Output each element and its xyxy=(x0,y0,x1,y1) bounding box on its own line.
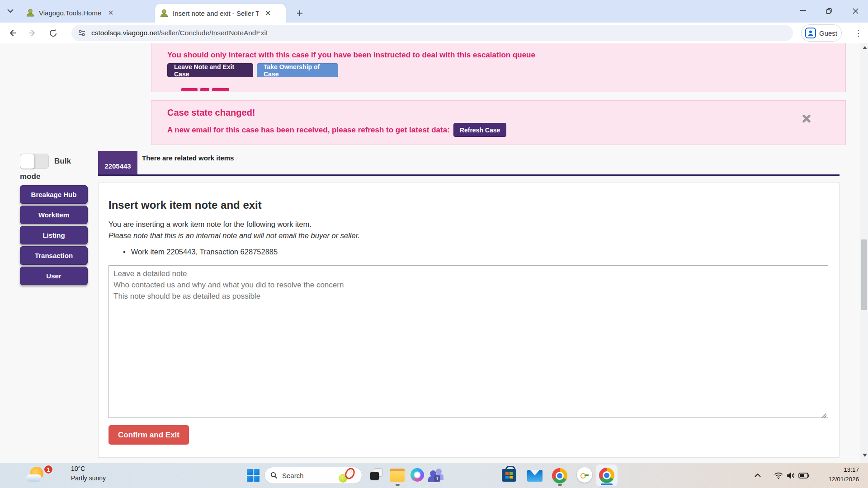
window-close-button[interactable] xyxy=(845,0,866,22)
window-minimize-button[interactable] xyxy=(793,0,813,22)
note-textarea[interactable]: Leave a detailed note Who contacted us a… xyxy=(108,265,828,418)
start-button[interactable] xyxy=(247,469,259,482)
related-work-items-note: There are related work items xyxy=(142,154,234,162)
cloud-icon xyxy=(26,474,42,482)
clock-time: 13:17 xyxy=(796,465,859,474)
case-state-changed-message: A new email for this case has been recei… xyxy=(167,126,450,135)
internal-note-text: Please note that this is an internal not… xyxy=(108,231,360,240)
active-app-indicator xyxy=(601,483,613,485)
window-restore-button[interactable] xyxy=(818,0,839,22)
scrollbar-down-arrow[interactable] xyxy=(863,454,867,457)
sidebar-item-transaction[interactable]: Transaction xyxy=(20,246,88,265)
browser-menu-icon[interactable]: ⋮ xyxy=(852,25,865,41)
take-ownership-of-case-button[interactable]: Take Ownership of Case xyxy=(257,63,338,77)
search-placeholder: Search xyxy=(282,472,339,479)
dismiss-alert-icon[interactable] xyxy=(800,112,813,125)
wifi-icon[interactable] xyxy=(772,469,785,482)
toggle-knob[interactable] xyxy=(20,154,35,169)
password-manager-icon[interactable] xyxy=(577,467,592,483)
notification-badge: 1 xyxy=(43,465,53,474)
chrome-active-icon[interactable] xyxy=(596,465,618,486)
task-view-icon[interactable] xyxy=(370,472,379,480)
running-indicator xyxy=(396,484,400,486)
seller-avatar-favicon xyxy=(160,9,169,18)
leave-note-and-exit-case-button[interactable]: Leave Note and Exit Case xyxy=(167,63,253,77)
search-icon xyxy=(270,472,278,479)
mail-icon[interactable] xyxy=(527,470,542,482)
store-windows-logo xyxy=(505,472,513,479)
escalation-warning-text: You should only interact with this case … xyxy=(167,51,535,60)
taskbar-clock[interactable]: 13:17 12/01/2026 xyxy=(796,465,859,484)
site-settings-icon[interactable] xyxy=(78,29,86,37)
clipped-text-fragment xyxy=(212,88,229,91)
sidebar-item-breakage-hub[interactable]: Breakage Hub xyxy=(20,185,88,204)
tab-search-chevron-icon[interactable] xyxy=(5,5,16,17)
workitem-bullet: •Work item 2205443, Transaction 62875288… xyxy=(123,248,278,256)
tab-underline xyxy=(98,174,840,176)
clipped-text-fragment xyxy=(200,88,209,91)
seller-avatar-favicon xyxy=(26,8,35,17)
reload-icon[interactable] xyxy=(45,25,61,41)
clipped-text-fragment xyxy=(181,88,198,91)
intro-text: You are inserting a work item note for t… xyxy=(108,220,311,229)
page-title: Insert work item note and exit xyxy=(108,199,262,211)
chrome-icon[interactable] xyxy=(552,468,567,483)
scrollbar-thumb[interactable] xyxy=(861,239,867,310)
clock-date: 12/01/2026 xyxy=(796,474,859,484)
tray-chevron-up-icon[interactable] xyxy=(751,469,764,482)
tab-insert-note-and-exit[interactable]: Insert note and exit - Seller Tool xyxy=(155,4,286,23)
profile-label: Guest xyxy=(819,29,837,37)
url-bar[interactable]: cstoolsqa.viagogo.net/seller/Conclude/In… xyxy=(71,25,793,41)
tab-title: Insert note and exit - Seller Tool xyxy=(173,9,259,17)
tab-viagogo-tools-home[interactable]: Viagogo.Tools.Home xyxy=(21,4,150,21)
guest-avatar-icon xyxy=(805,28,816,38)
case-state-changed-title: Case state changed! xyxy=(167,108,255,118)
sidebar-item-user[interactable]: User xyxy=(20,267,88,285)
copilot-icon[interactable] xyxy=(410,468,424,482)
tab-title: Viagogo.Tools.Home xyxy=(39,9,101,17)
profile-button[interactable]: Guest xyxy=(801,24,842,42)
forward-icon[interactable] xyxy=(25,25,40,41)
browser-tab-strip: Viagogo.Tools.Home Insert note and exit … xyxy=(0,0,868,23)
url-text: cstoolsqa.viagogo.net/seller/Conclude/In… xyxy=(91,29,268,37)
weather-condition: Partly sunny xyxy=(71,474,106,482)
resize-handle[interactable] xyxy=(821,411,827,418)
confirm-and-exit-button[interactable]: Confirm and Exit xyxy=(108,425,189,445)
tab-close-icon[interactable] xyxy=(107,9,115,17)
weather-temp: 10°C xyxy=(71,465,85,472)
tab-close-icon[interactable] xyxy=(264,9,272,17)
running-indicator xyxy=(558,484,562,486)
bullet-icon: • xyxy=(123,248,126,256)
screen: Viagogo.Tools.Home Insert note and exit … xyxy=(0,0,868,488)
refresh-case-button[interactable]: Refresh Case xyxy=(453,123,507,137)
taskbar-search[interactable]: Search xyxy=(264,467,362,484)
new-tab-button[interactable] xyxy=(294,7,306,19)
workitem-bullet-text: Work item 2205443, Transaction 628752885 xyxy=(131,248,278,256)
sidebar-item-workitem[interactable]: WorkItem xyxy=(20,206,88,224)
scrollbar-up-arrow[interactable] xyxy=(863,46,867,49)
workitem-tab[interactable]: 2205443 xyxy=(98,151,137,176)
bulk-mode-toggle[interactable] xyxy=(20,154,49,169)
sidebar-item-listing[interactable]: Listing xyxy=(20,226,88,244)
bulk-mode-control: Bulk mode xyxy=(20,154,85,184)
back-icon[interactable] xyxy=(5,25,20,41)
